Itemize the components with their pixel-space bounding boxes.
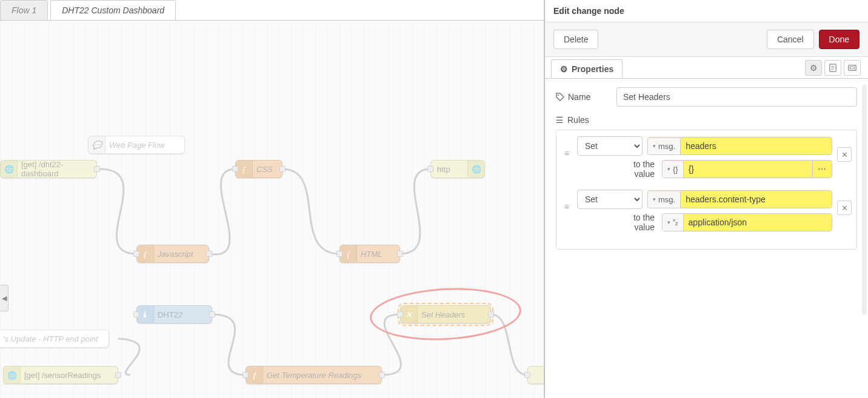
node-appearance-button[interactable] — [844, 60, 861, 76]
svg-rect-5 — [850, 67, 855, 69]
flow-canvas[interactable]: 💬 Web Page Flow 🌐 [get] /dht22-dashboard… — [0, 21, 544, 398]
node-template-js[interactable]: { Javascript — [136, 245, 209, 263]
node-description-button[interactable] — [824, 60, 841, 76]
properties-tab-bar: ⚙ Properties ⚙ — [545, 57, 868, 79]
svg-rect-4 — [849, 65, 856, 70]
template-icon: { — [340, 245, 357, 262]
tab-bar: Flow 1 DHT22 Custom Dashboard — [0, 0, 544, 21]
template-icon: { — [236, 161, 253, 177]
rule-target-input[interactable]: ▾msg. headers.content-type — [647, 190, 832, 208]
rules-container: ≡ Set ▾msg. headers to the v — [556, 130, 857, 250]
drag-handle-icon[interactable]: ≡ — [561, 136, 572, 158]
panel-title: Edit change node — [545, 0, 868, 22]
palette-toggle[interactable]: ◀ — [0, 285, 8, 311]
string-type-icon: ᵃz — [673, 217, 678, 227]
gear-icon: ⚙ — [560, 64, 568, 74]
rule-value-input[interactable]: ▾ᵃz application/json — [662, 213, 832, 231]
expand-json-button[interactable]: ⋯ — [812, 161, 832, 177]
panel-scrollbar[interactable] — [862, 85, 867, 315]
rule-action-select[interactable]: Set — [577, 136, 643, 156]
rules-label: ☰ Rules — [556, 115, 616, 125]
rule-target-input[interactable]: ▾msg. headers — [647, 137, 832, 155]
delete-rule-button[interactable]: ✕ — [837, 201, 852, 215]
node-settings-button[interactable]: ⚙ — [805, 60, 822, 76]
node-template-readings[interactable]: ƒ Get Temperature Readings — [245, 366, 382, 384]
change-icon: ✕ — [401, 306, 418, 323]
node-http-response[interactable]: http 🌐 — [430, 160, 485, 178]
svg-point-6 — [558, 95, 559, 96]
tag-icon — [556, 93, 564, 101]
name-input[interactable] — [616, 87, 857, 107]
tab-flow-1[interactable]: Flow 1 — [0, 0, 48, 20]
rule-row: ≡ Set ▾msg. headers.content-type — [561, 190, 852, 236]
node-template-css[interactable]: { CSS — [235, 160, 282, 178]
drag-handle-icon[interactable]: ≡ — [561, 190, 572, 211]
tab-properties[interactable]: ⚙ Properties — [551, 59, 623, 78]
node-http-in-sensor[interactable]: 🌐 [get] /sensorReadings — [3, 366, 118, 384]
globe-icon: 🌐 — [1, 161, 18, 177]
cancel-button[interactable]: Cancel — [767, 30, 814, 49]
node-set-headers[interactable]: ✕ Set Headers — [400, 305, 491, 323]
list-icon: ☰ — [556, 115, 564, 125]
node-comment-update[interactable]: 's Update - HTTP end point — [0, 330, 109, 348]
rule-row: ≡ Set ▾msg. headers to the v — [561, 136, 852, 182]
appearance-icon — [848, 64, 856, 72]
node-http-in-dashboard[interactable]: 🌐 [get] /dht22-dashboard — [0, 160, 97, 178]
globe-icon: 🌐 — [467, 161, 484, 177]
document-icon — [829, 64, 837, 72]
template-icon: { — [137, 245, 154, 262]
globe-icon: 🌐 — [4, 366, 21, 383]
rule-action-select[interactable]: Set — [577, 190, 643, 209]
comment-icon: 💬 — [88, 136, 105, 153]
done-button[interactable]: Done — [819, 30, 860, 49]
function-icon: ƒ — [246, 366, 263, 383]
sensor-icon: 🌡 — [137, 306, 154, 323]
delete-button[interactable]: Delete — [553, 30, 598, 49]
properties-form: Name ☰ Rules ≡ Set — [545, 79, 868, 258]
node-template-html[interactable]: { HTML — [339, 245, 400, 263]
node-dht22[interactable]: 🌡 DHT22 — [136, 305, 212, 323]
node-comment-webpage[interactable]: 💬 Web Page Flow — [88, 136, 185, 154]
flow-workspace: Flow 1 DHT22 Custom Dashboard ◀ 💬 Web Pa… — [0, 0, 544, 398]
edit-panel: Edit change node Delete Cancel Done ⚙ Pr… — [544, 0, 868, 398]
name-label: Name — [556, 92, 616, 102]
rule-value-input[interactable]: ▾{} {} ⋯ — [662, 160, 832, 178]
tab-dht22-dashboard[interactable]: DHT22 Custom Dashboard — [50, 0, 176, 20]
node-http-response-2[interactable]: h — [527, 366, 544, 384]
panel-actions: Delete Cancel Done — [545, 22, 868, 57]
delete-rule-button[interactable]: ✕ — [837, 147, 852, 162]
